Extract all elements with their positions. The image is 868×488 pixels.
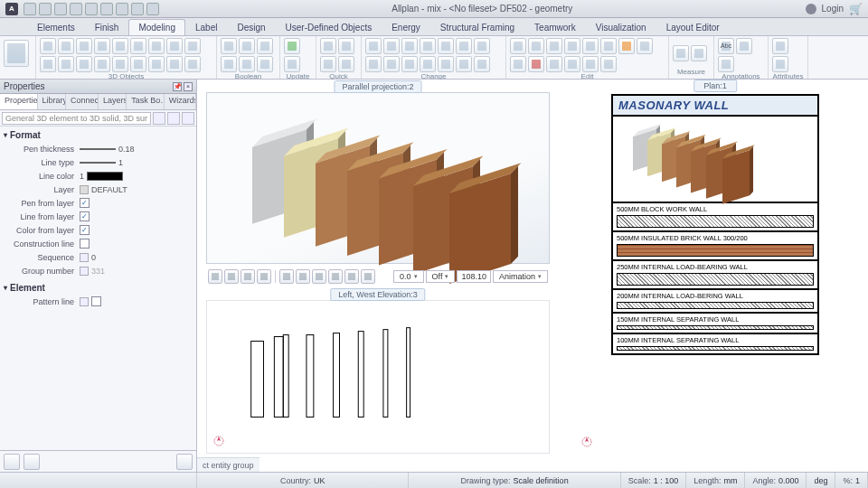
rb-3dline-icon[interactable] [184, 38, 201, 54]
rb-loft-icon[interactable] [148, 38, 165, 54]
rb-sweep-icon[interactable] [130, 38, 146, 54]
rb-refresh-icon[interactable] [284, 56, 300, 72]
elevation-wall-outline[interactable] [407, 328, 410, 418]
pf-expand-icon[interactable] [176, 454, 193, 470]
rb-surface-icon[interactable] [166, 38, 183, 54]
rb-break-icon[interactable] [474, 56, 490, 72]
qat-copy-icon[interactable] [116, 3, 128, 15]
viewport-plan-label[interactable]: Plan:1 [693, 80, 737, 92]
rb-note-icon[interactable] [718, 56, 734, 72]
rb-update-icon[interactable] [284, 38, 300, 54]
rb-e9-icon[interactable] [510, 56, 526, 72]
rb-slice-icon[interactable] [221, 56, 237, 72]
line-type-swatch[interactable] [80, 162, 116, 164]
rb-fillet-icon[interactable] [438, 56, 454, 72]
rb-shell-icon[interactable] [257, 56, 273, 72]
rb-3darc-icon[interactable] [76, 56, 92, 72]
tb-off[interactable]: Off [426, 270, 456, 283]
val-line-color[interactable]: 1 [80, 172, 84, 181]
val-layer[interactable]: DEFAULT [91, 185, 127, 194]
rb-3drect-icon[interactable] [112, 56, 128, 72]
palette-header[interactable]: Properties 📌× [0, 80, 196, 94]
tb-walk-icon[interactable] [279, 269, 294, 284]
rb-text-icon[interactable]: Abc [718, 38, 734, 54]
viewport-3d-label[interactable]: Parallel projection:2 [334, 80, 421, 93]
val-sequence[interactable]: 0 [91, 253, 96, 262]
rb-chamfer-icon[interactable] [456, 56, 472, 72]
rb-e7-icon[interactable] [618, 38, 635, 54]
rb-attr-icon[interactable] [772, 38, 788, 54]
viewport-plan[interactable]: Plan:1 — □ × MASONARY WALL 500MM BLOCK W… [575, 92, 855, 454]
rb-3dpoly-icon[interactable] [40, 56, 56, 72]
chk-color-from-layer[interactable]: ✓ [80, 225, 90, 235]
elevation-wall-outline[interactable] [283, 335, 288, 418]
palette-tab-layers[interactable]: Layers [99, 94, 127, 109]
rb-measure2-icon[interactable] [691, 45, 707, 61]
qat-print-icon[interactable] [70, 3, 82, 15]
viewport-elevation-label[interactable]: Left, West Elevation:3 [330, 288, 425, 301]
chk-line-from-layer[interactable]: ✓ [80, 211, 90, 221]
rb-e8-icon[interactable] [637, 38, 653, 54]
rb-convert-icon[interactable] [130, 56, 146, 72]
palette-tab-wizards[interactable]: Wizards [165, 94, 196, 109]
qat-redo-icon[interactable] [100, 3, 113, 15]
rb-mesh-icon[interactable] [148, 56, 165, 72]
rb-trim-icon[interactable] [401, 56, 418, 72]
tb-fit-icon[interactable] [344, 269, 359, 284]
rb-attr2-icon[interactable] [772, 56, 788, 72]
pen-thickness-swatch[interactable] [80, 148, 116, 150]
menu-tab-design[interactable]: Design [227, 19, 275, 35]
rb-cylinder-icon[interactable] [58, 38, 74, 54]
login-link[interactable]: Login [822, 4, 844, 14]
rb-e1-icon[interactable] [510, 38, 526, 54]
rb-imprint-icon[interactable] [239, 56, 255, 72]
tb-look-icon[interactable] [312, 269, 326, 284]
tb-zoomwin-icon[interactable] [257, 269, 271, 284]
elevation-wall-outline[interactable] [274, 337, 283, 418]
rb-rotate-icon[interactable] [401, 38, 418, 54]
rb-align-icon[interactable] [474, 38, 490, 54]
cart-icon[interactable]: 🛒 [849, 3, 863, 15]
tb-val0[interactable]: 0.0 [393, 270, 424, 283]
filter-clear-icon[interactable] [153, 112, 165, 125]
qat-new-icon[interactable] [24, 3, 36, 15]
rb-e14-icon[interactable] [600, 56, 617, 72]
pf-load-icon[interactable] [4, 454, 20, 470]
pf-save-icon[interactable] [24, 454, 40, 470]
elevation-wall-outline[interactable] [358, 332, 363, 418]
rb-e13-icon[interactable] [582, 56, 599, 72]
elevation-wall-outline[interactable] [334, 333, 340, 418]
elevation-wall-outline[interactable] [307, 335, 314, 418]
rb-measure-icon[interactable] [673, 45, 689, 61]
val-line-type[interactable]: 1 [118, 158, 123, 167]
palette-filter-input[interactable] [2, 112, 151, 125]
qat-save-icon[interactable] [54, 3, 67, 15]
rb-e12-icon[interactable] [564, 56, 580, 72]
entity-group-bar[interactable]: ct entity group [197, 457, 259, 472]
rb-qa3-icon[interactable] [320, 56, 336, 72]
rb-cone-icon[interactable] [94, 38, 110, 54]
qat-paste-icon[interactable] [131, 3, 144, 15]
rb-scale-icon[interactable] [438, 38, 454, 54]
sequence-icon[interactable] [80, 253, 89, 262]
tb-home-icon[interactable] [328, 269, 343, 284]
tb-animation[interactable]: Animation [493, 270, 548, 283]
rb-mirror-icon[interactable] [420, 38, 436, 54]
status-pct[interactable]: 1 [855, 476, 860, 485]
menu-tab-label[interactable]: Label [185, 19, 227, 35]
pattern-icon[interactable] [80, 297, 89, 306]
palette-close-icon[interactable]: × [184, 82, 193, 91]
tb-orbit-icon[interactable] [296, 269, 310, 284]
rb-copy-icon[interactable] [383, 38, 400, 54]
rb-sphere-icon[interactable] [76, 38, 92, 54]
layer-icon[interactable] [80, 185, 89, 194]
tb-more-icon[interactable] [361, 269, 375, 284]
rb-3dspline-icon[interactable] [94, 56, 110, 72]
section-element[interactable]: Element [4, 281, 193, 295]
palette-tab-connect[interactable]: Connect [66, 94, 99, 109]
qat-undo-icon[interactable] [85, 3, 98, 15]
rb-e4-icon[interactable] [564, 38, 580, 54]
status-length[interactable]: mm [723, 476, 737, 485]
line-color-swatch[interactable] [87, 172, 123, 181]
menu-tab-elements[interactable]: Elements [27, 19, 85, 35]
